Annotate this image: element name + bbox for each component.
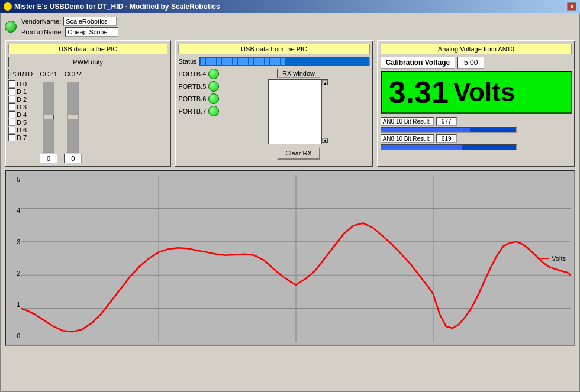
status-seg [281, 58, 285, 65]
status-seg [222, 58, 227, 65]
y-axis: 5 4 3 2 1 0 [9, 175, 21, 342]
an0-row: AN0 10 Bit Result 677 [381, 117, 572, 126]
y-label-5: 5 [17, 176, 20, 183]
voltage-display: 3.31 Volts [381, 71, 572, 114]
usb-to-pic-panel: USB data to the PIC PWM duty PORTD D.0 D… [5, 40, 171, 167]
y-label-3: 3 [17, 239, 20, 245]
bit-d3-label: D.3 [17, 103, 27, 111]
status-seg [254, 58, 259, 65]
ccp1-thumb[interactable] [43, 115, 54, 119]
main-window: VendorName: ScaleRobotics ProductName: C… [0, 13, 580, 392]
product-name-value: Cheap-Scope [65, 27, 118, 37]
status-led [5, 21, 17, 33]
chart-section: 5 4 3 2 1 0 [5, 170, 575, 346]
checkbox-d3[interactable] [8, 103, 15, 111]
calib-value[interactable]: 5.00 [457, 57, 484, 69]
portb7-item: PORTB.7 [178, 106, 219, 116]
status-label: Status [178, 58, 196, 65]
status-seg [249, 58, 253, 65]
rx-textarea[interactable] [268, 79, 321, 144]
checkbox-d7[interactable] [8, 134, 15, 141]
ccp2-section: CCP2 0 [63, 69, 83, 163]
list-item: D.1 [8, 88, 34, 95]
status-bar [199, 57, 370, 66]
portd-section: PORTD D.0 D.1 D.2 D.3 D.4 D.5 D.6 D.7 [8, 69, 34, 141]
checkbox-d4[interactable] [8, 111, 15, 118]
voltage-unit: Volts [453, 77, 515, 107]
title-bar: Mister E's USBDemo for DT_HID - Modified… [0, 0, 580, 13]
list-item: D.0 [8, 80, 34, 88]
portd-bits: D.0 D.1 D.2 D.3 D.4 D.5 D.6 D.7 [8, 80, 34, 141]
usb-to-pic-header: USB data to the PIC [8, 44, 167, 54]
status-seg [238, 58, 243, 65]
panels-row: USB data to the PIC PWM duty PORTD D.0 D… [5, 40, 575, 167]
vendor-product: VendorName: ScaleRobotics ProductName: C… [21, 17, 118, 37]
ccp1-slider[interactable] [43, 82, 54, 153]
pwm-label: PWM duty [8, 57, 167, 67]
status-seg [275, 58, 280, 65]
scroll-down-button[interactable]: ▼ [322, 138, 328, 143]
checkbox-d0[interactable] [8, 80, 15, 88]
ccp2-label: CCP2 [63, 69, 83, 79]
chart-plot-area: Volts [21, 175, 571, 342]
product-row: ProductName: Cheap-Scope [21, 27, 118, 37]
bit-d5-label: D.5 [17, 119, 27, 126]
chart-legend: Volts [537, 255, 566, 262]
checkbox-d5[interactable] [8, 119, 15, 126]
portb5-label: PORTB.5 [178, 83, 206, 90]
checkbox-d1[interactable] [8, 88, 15, 95]
product-name-label: ProductName: [21, 28, 63, 35]
rx-content: ▲ ▼ [268, 79, 328, 144]
legend-label: Volts [552, 255, 566, 262]
bit-d7-label: D.7 [17, 134, 27, 141]
portd-label: PORTD [8, 69, 34, 79]
top-section: VendorName: ScaleRobotics ProductName: C… [5, 17, 575, 37]
portb5-item: PORTB.5 [178, 81, 219, 92]
vendor-name-value: ScaleRobotics [63, 17, 117, 26]
an8-label: AN8 10 Bit Result [381, 134, 434, 143]
bit-d2-label: D.2 [17, 96, 27, 103]
an0-bar [381, 127, 517, 133]
portd-ccp-row: PORTD D.0 D.1 D.2 D.3 D.4 D.5 D.6 D.7 CC… [8, 69, 167, 163]
rx-label: RX window [277, 69, 320, 78]
portb-rx-row: PORTB.4 PORTB.5 PORTB.6 PORTB.7 [178, 69, 369, 160]
calib-label: Calibration Voltage [381, 57, 455, 69]
rx-window-area: RX window ▲ ▼ Clear RX [227, 69, 369, 160]
status-seg [227, 58, 232, 65]
an8-row: AN8 10 Bit Result 619 [381, 134, 572, 143]
portb6-item: PORTB.6 [178, 93, 219, 104]
checkbox-d6[interactable] [8, 127, 15, 134]
clear-rx-button[interactable]: Clear RX [277, 147, 320, 160]
bit-d4-label: D.4 [17, 111, 27, 118]
y-label-2: 2 [17, 270, 20, 277]
close-button[interactable]: ✕ [567, 2, 576, 11]
scroll-up-button[interactable]: ▲ [322, 80, 328, 85]
status-seg [270, 58, 275, 65]
ccp1-label: CCP1 [38, 69, 59, 79]
ccp2-thumb[interactable] [67, 115, 78, 119]
portb7-led [208, 106, 219, 116]
status-seg [233, 58, 237, 65]
status-seg [265, 58, 269, 65]
bit-d0-label: D.0 [17, 80, 27, 88]
an8-bar [381, 144, 517, 150]
portb-column: PORTB.4 PORTB.5 PORTB.6 PORTB.7 [178, 69, 219, 116]
an0-value: 677 [436, 117, 457, 126]
ccp2-slider[interactable] [67, 82, 79, 153]
portb4-label: PORTB.4 [178, 70, 206, 77]
vendor-name-label: VendorName: [21, 18, 61, 25]
analog-panel: Analog Voltage from AN10 Calibration Vol… [377, 40, 575, 167]
an0-bar-fill [381, 128, 470, 132]
status-seg [259, 58, 264, 65]
analog-header: Analog Voltage from AN10 [381, 44, 572, 54]
y-label-0: 0 [17, 333, 20, 339]
bit-d1-label: D.1 [17, 88, 27, 95]
calibration-row: Calibration Voltage 5.00 [381, 57, 572, 69]
an8-value: 619 [436, 134, 457, 143]
window-icon [4, 2, 12, 11]
checkbox-d2[interactable] [8, 96, 15, 103]
portb6-led [208, 93, 219, 104]
y-label-1: 1 [17, 302, 20, 308]
list-item: D.7 [8, 134, 34, 141]
portb5-led [208, 81, 219, 92]
